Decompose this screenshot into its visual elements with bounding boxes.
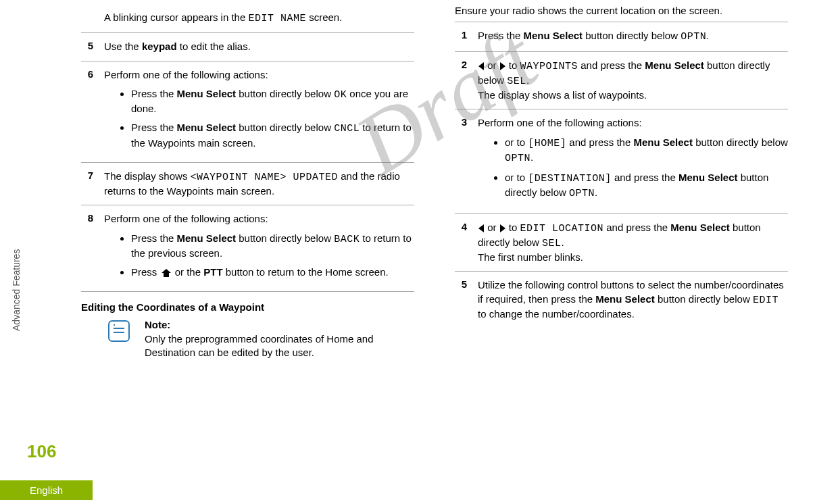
note-text: Note: Only the preprogrammed coordinates… — [145, 318, 414, 359]
bold-text: Menu Select — [678, 172, 738, 183]
text: to change the number/coordinates. — [478, 308, 635, 320]
list-item: Press the Menu Select button directly be… — [131, 232, 414, 261]
text: Press the — [131, 88, 177, 99]
step-number: 3 — [455, 116, 467, 128]
nav-left-icon — [478, 62, 484, 70]
left-column: A blinking cursor appears in the EDIT NA… — [81, 0, 414, 504]
code-text: EDIT LOCATION — [520, 223, 604, 234]
bold-text: Menu Select — [595, 293, 655, 305]
list-item: Press or the PTT button to return to the… — [131, 266, 414, 279]
text: Press the — [478, 30, 524, 41]
step-body: Perform one of the following actions: Pr… — [104, 212, 414, 284]
text: screen. — [306, 11, 342, 23]
code-text: EDIT — [753, 295, 779, 306]
text: to — [506, 222, 520, 233]
text: Use the — [104, 41, 142, 52]
code-text: EDIT NAME — [248, 13, 306, 24]
step-body: The display shows <WAYPOINT NAME> UPDATE… — [104, 170, 414, 199]
text: . — [526, 74, 529, 86]
text: Press the — [131, 232, 177, 244]
text: button to return to the Home screen. — [223, 266, 389, 278]
text: Press the — [131, 122, 177, 133]
step-body: Press the Menu Select button directly be… — [478, 29, 788, 44]
list-item: Press the Menu Select button directly be… — [131, 87, 414, 116]
language-tab: English — [0, 480, 93, 500]
bullet-list: or to [HOME] and press the Menu Select b… — [478, 136, 788, 201]
text: or — [485, 222, 499, 233]
text: . — [562, 236, 564, 248]
code-text: WAYPOINTS — [520, 61, 578, 72]
section-side-label: Advanced Features — [11, 249, 22, 331]
step-number: 1 — [455, 29, 467, 41]
step-number: 7 — [81, 170, 93, 181]
code-text: [DESTINATION] — [528, 173, 612, 184]
text: button directly below — [236, 232, 334, 244]
bold-text: Menu Select — [177, 122, 237, 133]
text: Press — [131, 266, 160, 278]
text: or the — [172, 266, 204, 278]
text: and press the — [566, 136, 633, 148]
step-body: or to EDIT LOCATION and press the Menu S… — [478, 221, 788, 265]
step-number: 2 — [455, 59, 467, 70]
text: . — [706, 30, 709, 41]
text: A blinking cursor appears in the — [104, 11, 248, 23]
step-number: 6 — [81, 68, 93, 80]
subsection-heading: Editing the Coordinates of a Waypoint — [81, 301, 414, 313]
bold-text: Menu Select — [633, 136, 693, 148]
text: Perform one of the following actions: — [104, 213, 268, 224]
bold-text: keypad — [142, 41, 177, 52]
note-block: Note: Only the preprogrammed coordinates… — [81, 318, 414, 359]
step-number: 8 — [81, 212, 93, 224]
step-body: Perform one of the following actions: Pr… — [104, 68, 414, 155]
list-item: Press the Menu Select button directly be… — [131, 121, 414, 150]
text: and press the — [578, 59, 645, 71]
intro-text: Ensure your radio shows the current loca… — [455, 4, 788, 18]
text: Perform one of the following actions: — [104, 69, 268, 80]
text: The display shows — [104, 170, 191, 182]
text: and press the — [603, 222, 670, 233]
text: The first number blinks. — [478, 251, 788, 264]
home-icon — [162, 269, 171, 277]
text: . — [595, 186, 597, 198]
code-text: OK — [334, 89, 347, 101]
page-number: 106 — [27, 441, 56, 462]
text: button directly below — [583, 30, 681, 41]
code-text: SEL — [507, 76, 526, 87]
bullet-list: Press the Menu Select button directly be… — [104, 232, 414, 280]
code-text: OPTN — [505, 153, 530, 164]
step-body: Utilize the following control buttons to… — [478, 278, 788, 321]
text: to edit the alias. — [177, 41, 251, 52]
bold-text: Menu Select — [670, 222, 730, 233]
code-text: OPTN — [681, 31, 706, 43]
nav-right-icon — [500, 224, 505, 232]
text: or to — [505, 172, 528, 183]
code-text: SEL — [542, 238, 562, 249]
nav-right-icon — [500, 62, 505, 70]
bold-text: Menu Select — [645, 59, 704, 71]
step-body: Perform one of the following actions: or… — [478, 116, 788, 206]
text: The display shows a list of waypoints. — [478, 89, 788, 102]
step-number: 5 — [455, 278, 467, 290]
bold-text: PTT — [203, 266, 222, 278]
text: or to — [505, 136, 528, 148]
text: to — [506, 59, 520, 71]
text: . — [530, 151, 533, 163]
text: button directly below — [236, 122, 334, 133]
step-body: or to WAYPOINTS and press the Menu Selec… — [478, 59, 788, 103]
text: or — [485, 59, 499, 71]
text: and press the — [612, 172, 678, 183]
step-body: Use the keypad to edit the alias. — [104, 40, 414, 53]
bold-text: Menu Select — [177, 232, 237, 244]
text: button directly below — [236, 88, 334, 99]
code-text: CNCL — [334, 123, 360, 134]
nav-left-icon — [478, 224, 484, 232]
bold-text: Menu Select — [177, 88, 237, 99]
list-item: or to [HOME] and press the Menu Select b… — [505, 136, 788, 166]
step-body: A blinking cursor appears in the EDIT NA… — [104, 11, 414, 26]
code-text: OPTN — [569, 188, 595, 199]
right-column: Ensure your radio shows the current loca… — [455, 0, 788, 504]
text: button directly below — [693, 136, 788, 148]
text: Perform one of the following actions: — [478, 117, 642, 128]
bold-text: Menu Select — [524, 30, 583, 41]
list-item: or to [DESTINATION] and press the Menu S… — [505, 171, 788, 201]
